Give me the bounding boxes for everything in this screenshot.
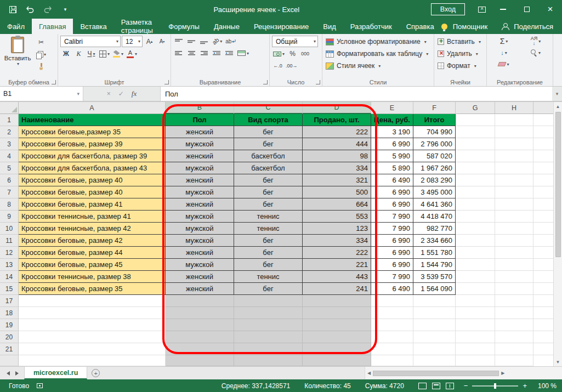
paste-button[interactable]: Вставить ▾: [2, 36, 33, 77]
cell-C15[interactable]: бег: [234, 283, 303, 295]
cell-G14[interactable]: [456, 271, 495, 283]
cell-E20[interactable]: [371, 331, 413, 343]
delete-cells-button[interactable]: Удалить▾: [436, 48, 484, 60]
cell-D11[interactable]: 334: [303, 235, 371, 247]
cell-F17[interactable]: [413, 295, 456, 307]
number-dialog-launcher[interactable]: [316, 80, 320, 84]
cell-B10[interactable]: мужской: [166, 223, 234, 235]
align-left-button[interactable]: [173, 48, 185, 59]
cell-B3[interactable]: мужской: [166, 138, 234, 150]
align-center-button[interactable]: [186, 48, 197, 59]
font-name-select[interactable]: Calibri▾: [60, 36, 121, 47]
cell-A1[interactable]: Наименование: [19, 114, 166, 126]
zoom-in-button[interactable]: +: [523, 382, 527, 390]
cell-D3[interactable]: 444: [303, 138, 371, 150]
cell-C20[interactable]: [234, 331, 303, 343]
cell-E17[interactable]: [371, 295, 413, 307]
cell-B11[interactable]: мужской: [166, 235, 234, 247]
cell-G13[interactable]: [456, 259, 495, 271]
cell-C13[interactable]: бег: [234, 259, 303, 271]
decrease-indent-button[interactable]: [211, 48, 223, 59]
maximize-button[interactable]: [515, 0, 538, 19]
cell-H12[interactable]: [495, 247, 533, 259]
cell-G17[interactable]: [456, 295, 495, 307]
cell-E15[interactable]: 6 490: [371, 283, 413, 295]
cell-A17[interactable]: [19, 295, 166, 307]
find-select-button[interactable]: ▾: [521, 47, 550, 58]
alignment-dialog-launcher[interactable]: [263, 80, 268, 84]
cell-A4[interactable]: Кроссовки для баскетбола, размер 39: [19, 150, 166, 162]
cell-H2[interactable]: [495, 126, 533, 138]
cell-A14[interactable]: Кроссовки теннисные, размер 38: [19, 271, 166, 283]
bold-button[interactable]: Ж: [60, 48, 72, 59]
cell-E1[interactable]: Цена, руб.: [371, 114, 413, 126]
row-header-13[interactable]: 13: [0, 259, 19, 271]
scroll-down-icon[interactable]: ▼: [554, 357, 562, 366]
view-normal-button[interactable]: [418, 383, 427, 389]
cell-F7[interactable]: 3 495 000: [413, 186, 456, 198]
cell-D15[interactable]: 241: [303, 283, 371, 295]
helper-tab[interactable]: Помощник: [453, 22, 488, 31]
wrap-text-button[interactable]: ab: [224, 36, 237, 47]
cell-D19[interactable]: [303, 319, 371, 331]
clear-button[interactable]: ▾: [489, 59, 519, 70]
cell-F20[interactable]: [413, 331, 456, 343]
cell-D21[interactable]: [303, 343, 371, 355]
ribbon-tab-formulas[interactable]: Формулы: [161, 19, 207, 34]
cell-D10[interactable]: 123: [303, 223, 371, 235]
cell-F1[interactable]: Итого: [413, 114, 456, 126]
scroll-up-icon[interactable]: ▲: [554, 102, 562, 111]
cell-D18[interactable]: [303, 307, 371, 319]
cell-H8[interactable]: [495, 198, 533, 211]
row-header-18[interactable]: 18: [0, 307, 19, 319]
sort-filter-button[interactable]: АЯ↓▾: [521, 36, 550, 47]
cell-C12[interactable]: бег: [234, 247, 303, 259]
ribbon-tab-home[interactable]: Главная: [32, 19, 73, 34]
underline-button[interactable]: Ч▾: [86, 48, 97, 59]
vertical-scroll-thumb[interactable]: [555, 112, 561, 257]
cell-G12[interactable]: [456, 247, 495, 259]
cell-H5[interactable]: [495, 162, 533, 174]
fill-button[interactable]: ↓▾: [489, 47, 519, 58]
cell-D2[interactable]: 222: [303, 126, 371, 138]
increase-decimal-button[interactable]: ←.0: [272, 60, 283, 71]
fill-color-button[interactable]: ▾: [112, 48, 124, 59]
cell-F2[interactable]: 704 990: [413, 126, 456, 138]
italic-button[interactable]: К: [73, 48, 84, 59]
redo-button[interactable]: [43, 4, 53, 14]
column-header-B[interactable]: B: [166, 102, 234, 114]
conditional-formatting-button[interactable]: Условное форматирование▾: [325, 36, 432, 48]
ribbon-tab-page-layout[interactable]: Разметка страницы: [114, 19, 162, 34]
cell-C9[interactable]: теннис: [234, 211, 303, 223]
cell-H3[interactable]: [495, 138, 533, 150]
cell-E18[interactable]: [371, 307, 413, 319]
cell-G20[interactable]: [456, 331, 495, 343]
format-painter-button[interactable]: [35, 61, 47, 72]
save-button[interactable]: [8, 4, 18, 14]
cell-D14[interactable]: 443: [303, 271, 371, 283]
horizontal-scroll-thumb[interactable]: [373, 371, 499, 376]
minimize-button[interactable]: [491, 0, 515, 19]
cell-F13[interactable]: 1 544 790: [413, 259, 456, 271]
cell-G11[interactable]: [456, 235, 495, 247]
decrease-font-button[interactable]: А▾: [156, 36, 168, 47]
row-header-12[interactable]: 12: [0, 247, 19, 259]
cell-H20[interactable]: [495, 331, 533, 343]
cell-D12[interactable]: 222: [303, 247, 371, 259]
cell-E3[interactable]: 6 990: [371, 138, 413, 150]
row-header-11[interactable]: 11: [0, 235, 19, 247]
cell-H7[interactable]: [495, 186, 533, 198]
cell-D13[interactable]: 221: [303, 259, 371, 271]
cell-D17[interactable]: [303, 295, 371, 307]
column-header-A[interactable]: A: [19, 102, 166, 114]
cell-F3[interactable]: 2 796 000: [413, 138, 456, 150]
comma-style-button[interactable]: 000: [299, 48, 311, 59]
cell-B19[interactable]: [166, 319, 234, 331]
cell-F18[interactable]: [413, 307, 456, 319]
cell-H10[interactable]: [495, 223, 533, 235]
cell-H18[interactable]: [495, 307, 533, 319]
cell-C2[interactable]: бег: [234, 126, 303, 138]
cell-E9[interactable]: 7 990: [371, 211, 413, 223]
cell-E2[interactable]: 3 190: [371, 126, 413, 138]
font-dialog-launcher[interactable]: [164, 80, 169, 84]
